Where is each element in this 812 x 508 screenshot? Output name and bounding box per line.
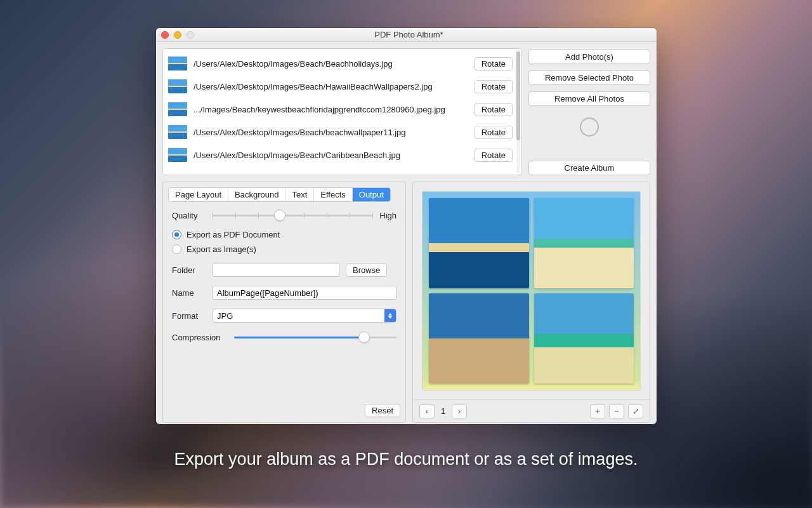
rotate-button[interactable]: Rotate <box>475 149 513 162</box>
side-actions: Add Photo(s) Remove Selected Photo Remov… <box>528 48 650 175</box>
create-album-button[interactable]: Create Album <box>528 161 650 175</box>
marketing-caption: Export your album as a PDF document or a… <box>0 450 812 469</box>
rotate-button[interactable]: Rotate <box>475 80 513 93</box>
name-input[interactable] <box>213 286 396 300</box>
export-pdf-radio[interactable]: Export as PDF Document <box>172 230 280 239</box>
compression-slider[interactable] <box>234 331 396 343</box>
photo-row[interactable]: /Users/Alex/Desktop/Images/Beach/Caribbe… <box>168 144 513 166</box>
progress-spinner-icon <box>580 117 599 137</box>
photo-row[interactable]: /Users/Alex/Desktop/Images/Beach/HawaiiB… <box>168 75 513 98</box>
preview-toolbar: ‹ 1 › + − ⤢ <box>413 399 650 422</box>
folder-input[interactable] <box>213 263 339 277</box>
zoom-in-button[interactable]: + <box>590 404 605 418</box>
preview-image <box>429 293 529 384</box>
tab-output[interactable]: Output <box>353 188 390 201</box>
thumbnail-icon <box>168 79 187 93</box>
chevron-updown-icon <box>384 309 396 322</box>
photo-row[interactable]: .../Images/Beach/keywestbeachfloridajpgr… <box>168 98 513 121</box>
tab-effects[interactable]: Effects <box>314 188 353 201</box>
thumbnail-icon <box>168 57 187 70</box>
name-label: Name <box>172 288 206 298</box>
prev-page-button[interactable]: ‹ <box>419 404 435 418</box>
thumbnail-icon <box>168 125 187 139</box>
thumbnail-icon <box>168 102 187 116</box>
photo-path: /Users/Alex/Desktop/Images/Beach/Caribbe… <box>193 150 468 160</box>
window-title: PDF Photo Album* <box>166 30 652 39</box>
thumbnail-icon <box>168 148 187 162</box>
next-page-button[interactable]: › <box>452 404 467 418</box>
album-preview <box>422 191 641 391</box>
format-select[interactable]: JPG <box>213 309 396 323</box>
folder-label: Folder <box>172 265 206 275</box>
settings-panel: Page LayoutBackgroundTextEffectsOutput Q… <box>162 182 406 423</box>
radio-icon <box>172 230 181 239</box>
add-photos-button[interactable]: Add Photo(s) <box>528 50 650 64</box>
radio-icon <box>172 244 181 254</box>
settings-tabs: Page LayoutBackgroundTextEffectsOutput <box>168 187 391 202</box>
tab-background[interactable]: Background <box>228 188 285 201</box>
quality-high-label: High <box>379 211 396 220</box>
rotate-button[interactable]: Rotate <box>475 126 513 139</box>
zoom-out-button[interactable]: − <box>609 404 624 418</box>
quality-slider[interactable] <box>213 210 373 221</box>
scrollbar[interactable] <box>516 50 520 173</box>
reset-button[interactable]: Reset <box>365 404 400 417</box>
app-window: PDF Photo Album* /Users/Alex/Desktop/Ima… <box>156 28 657 424</box>
remove-all-button[interactable]: Remove All Photos <box>528 91 650 106</box>
export-image-radio[interactable]: Export as Image(s) <box>172 244 256 254</box>
photo-path: /Users/Alex/Desktop/Images/Beach/HawaiiB… <box>193 82 468 91</box>
photo-list: /Users/Alex/Desktop/Images/Beach/Beachho… <box>162 48 522 175</box>
tab-page-layout[interactable]: Page Layout <box>169 188 228 201</box>
compression-label: Compression <box>172 333 228 342</box>
photo-row[interactable]: /Users/Alex/Desktop/Images/Beach/beachwa… <box>168 121 513 144</box>
rotate-button[interactable]: Rotate <box>475 57 513 70</box>
rotate-button[interactable]: Rotate <box>475 103 513 116</box>
preview-panel: ‹ 1 › + − ⤢ <box>412 182 650 423</box>
tab-text[interactable]: Text <box>285 188 314 201</box>
photo-path: /Users/Alex/Desktop/Images/Beach/Beachho… <box>193 59 468 69</box>
preview-image <box>429 198 529 288</box>
fullscreen-button[interactable]: ⤢ <box>628 404 643 418</box>
preview-image <box>534 293 634 384</box>
format-label: Format <box>172 311 206 321</box>
photo-row[interactable]: /Users/Alex/Desktop/Images/Beach/Beachho… <box>168 52 513 75</box>
preview-image <box>534 198 634 288</box>
browse-button[interactable]: Browse <box>346 264 387 277</box>
photo-path: .../Images/Beach/keywestbeachfloridajpgr… <box>193 105 468 114</box>
titlebar: PDF Photo Album* <box>156 28 657 42</box>
remove-selected-button[interactable]: Remove Selected Photo <box>528 70 650 85</box>
page-number: 1 <box>441 406 445 416</box>
quality-label: Quality <box>172 211 206 220</box>
photo-path: /Users/Alex/Desktop/Images/Beach/beachwa… <box>193 128 468 137</box>
